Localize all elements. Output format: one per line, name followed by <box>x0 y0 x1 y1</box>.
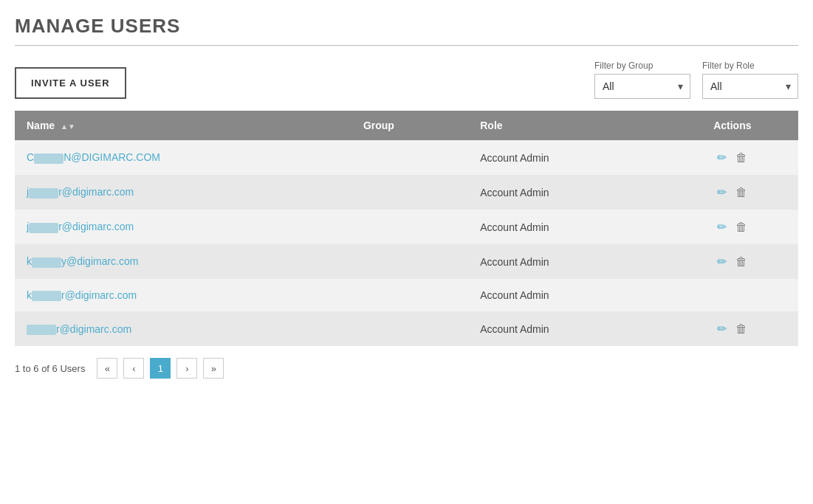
user-actions-cell: ✏🗑 <box>667 210 798 244</box>
filter-role-select[interactable]: All <box>702 74 798 99</box>
user-role-cell: Account Admin <box>468 210 666 244</box>
table-header-row: Name ▲▼ Group Role Actions <box>15 111 798 140</box>
user-name-cell: k r@digimarc.com <box>15 279 351 311</box>
col-header-actions: Actions <box>667 111 798 140</box>
delete-user-icon[interactable]: 🗑 <box>735 221 747 234</box>
user-group-cell <box>351 140 468 175</box>
page-prev-button[interactable]: ‹ <box>123 358 144 379</box>
table-row: r@digimarc.comAccount Admin✏🗑 <box>15 311 798 346</box>
user-role-cell: Account Admin <box>468 175 666 210</box>
col-header-group: Group <box>351 111 468 140</box>
col-header-role: Role <box>468 111 666 140</box>
users-table: Name ▲▼ Group Role Actions C N@DIGIMARC.… <box>15 111 798 346</box>
table-row: k r@digimarc.comAccount Admin <box>15 279 798 311</box>
user-email-link[interactable]: j r@digimarc.com <box>27 221 134 232</box>
sort-icon: ▲▼ <box>61 122 75 131</box>
edit-user-icon[interactable]: ✏ <box>717 151 727 165</box>
filter-role-label: Filter by Role <box>702 61 798 71</box>
edit-user-icon[interactable]: ✏ <box>717 322 727 336</box>
toolbar: INVITE A USER Filter by Group All Filter… <box>15 61 798 99</box>
edit-user-icon[interactable]: ✏ <box>717 220 727 234</box>
divider <box>15 45 798 46</box>
user-email-link[interactable]: r@digimarc.com <box>27 323 131 335</box>
user-actions-cell <box>667 279 798 311</box>
table-row: j r@digimarc.comAccount Admin✏🗑 <box>15 210 798 244</box>
page-next-button[interactable]: › <box>176 358 197 379</box>
user-email-link[interactable]: j r@digimarc.com <box>27 186 134 198</box>
email-blur <box>32 258 61 268</box>
invite-user-button[interactable]: INVITE A USER <box>15 67 126 99</box>
page-first-button[interactable]: « <box>97 358 117 379</box>
user-actions-cell: ✏🗑 <box>667 175 798 210</box>
delete-user-icon[interactable]: 🗑 <box>735 255 747 269</box>
page-1-button[interactable]: 1 <box>150 358 171 379</box>
email-blur <box>29 188 58 199</box>
user-role-cell: Account Admin <box>468 279 666 311</box>
delete-user-icon[interactable]: 🗑 <box>735 322 747 336</box>
pagination-info: 1 to 6 of 6 Users <box>15 363 85 374</box>
user-group-cell <box>351 210 468 244</box>
user-name-cell: C N@DIGIMARC.COM <box>15 140 351 175</box>
email-blur <box>34 153 64 164</box>
user-email-link[interactable]: C N@DIGIMARC.COM <box>27 151 160 163</box>
filters-container: Filter by Group All Filter by Role All <box>594 61 798 99</box>
email-blur <box>32 291 61 301</box>
table-row: j r@digimarc.comAccount Admin✏🗑 <box>15 175 798 210</box>
filter-group-group: Filter by Group All <box>594 61 690 99</box>
user-group-cell <box>351 244 468 279</box>
user-group-cell <box>351 311 468 346</box>
user-actions-cell: ✏🗑 <box>667 140 798 175</box>
edit-user-icon[interactable]: ✏ <box>717 255 727 269</box>
user-role-cell: Account Admin <box>468 140 666 175</box>
filter-group-select[interactable]: All <box>594 74 690 99</box>
user-name-cell: k y@digimarc.com <box>15 244 351 279</box>
user-name-cell: r@digimarc.com <box>15 311 351 346</box>
table-row: k y@digimarc.comAccount Admin✏🗑 <box>15 244 798 279</box>
filter-role-select-wrapper: All <box>702 74 798 99</box>
delete-user-icon[interactable]: 🗑 <box>735 186 747 199</box>
table-row: C N@DIGIMARC.COMAccount Admin✏🗑 <box>15 140 798 175</box>
user-role-cell: Account Admin <box>468 311 666 346</box>
edit-user-icon[interactable]: ✏ <box>717 185 727 199</box>
filter-group-select-wrapper: All <box>594 74 690 99</box>
email-blur <box>29 223 58 233</box>
user-name-cell: j r@digimarc.com <box>15 175 351 210</box>
page-title: MANAGE USERS <box>15 15 798 38</box>
delete-user-icon[interactable]: 🗑 <box>735 151 747 165</box>
col-header-name: Name ▲▼ <box>15 111 351 140</box>
user-actions-cell: ✏🗑 <box>667 311 798 346</box>
user-actions-cell: ✏🗑 <box>667 244 798 279</box>
user-name-cell: j r@digimarc.com <box>15 210 351 244</box>
filter-group-label: Filter by Group <box>594 61 690 71</box>
user-group-cell <box>351 175 468 210</box>
user-email-link[interactable]: k y@digimarc.com <box>27 255 138 267</box>
page-last-button[interactable]: » <box>203 358 224 379</box>
user-email-link[interactable]: k r@digimarc.com <box>27 289 137 301</box>
filter-role-group: Filter by Role All <box>702 61 798 99</box>
pagination-row: 1 to 6 of 6 Users « ‹ 1 › » <box>15 358 798 379</box>
email-blur <box>27 325 56 335</box>
user-role-cell: Account Admin <box>468 244 666 279</box>
user-group-cell <box>351 279 468 311</box>
